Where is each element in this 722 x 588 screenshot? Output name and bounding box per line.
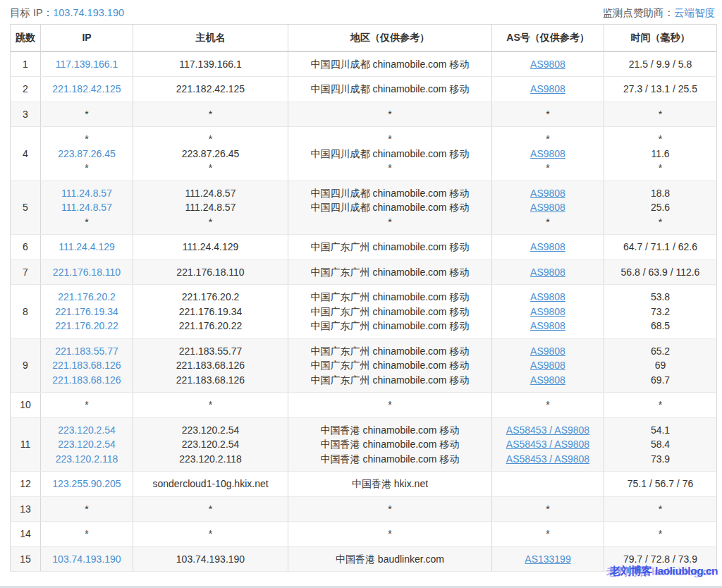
region-cell: * xyxy=(288,522,492,547)
ip-link[interactable]: 223.120.2.54 xyxy=(44,423,130,438)
hop-row-15: 15103.74.193.190103.74.193.190中国香港 baudl… xyxy=(11,546,717,572)
asn-link[interactable]: AS9808 xyxy=(495,240,601,255)
asn-link[interactable]: AS9808 xyxy=(495,358,601,373)
hop-number: 13 xyxy=(13,502,37,517)
asn-link[interactable]: AS9808 xyxy=(495,82,601,97)
time-cell: 53.873.268.5 xyxy=(604,285,717,339)
ip-link[interactable]: 221.182.42.125 xyxy=(44,82,130,97)
ip-link[interactable]: 221.176.18.110 xyxy=(44,265,130,280)
time-cell: 18.825.6* xyxy=(604,180,717,235)
region-text: * xyxy=(291,161,489,176)
asn-link[interactable]: AS9808 xyxy=(495,319,601,333)
region-cell: * xyxy=(288,393,492,418)
ip-cell: * xyxy=(41,102,133,127)
ip-link[interactable]: 223.120.2.118 xyxy=(44,452,130,467)
asn-link[interactable]: AS9808 xyxy=(495,186,601,201)
asn-missing: * xyxy=(495,161,601,176)
time-cell: 75.1 / 56.7 / 76 xyxy=(604,472,717,497)
ip-link[interactable]: 221.176.20.2 xyxy=(44,290,130,305)
topbar: 目标 IP：103.74.193.190 监测点赞助商：云端智度 xyxy=(0,0,722,24)
host-cell: 221.176.20.2221.176.19.34221.176.20.22 xyxy=(133,285,288,339)
hop-cell: 15 xyxy=(11,546,41,572)
region-cell: 中国广东广州 chinamobile.com 移动中国广东广州 chinamob… xyxy=(288,338,492,393)
ip-cell: 221.183.55.77221.183.68.126221.183.68.12… xyxy=(41,338,133,393)
asn-link[interactable]: AS9808 xyxy=(495,305,601,319)
hop-row-11: 11223.120.2.54223.120.2.54223.120.2.1182… xyxy=(11,417,717,472)
asn-link[interactable]: AS9808 xyxy=(495,57,601,72)
asn-link[interactable]: AS9808 xyxy=(495,200,601,215)
hop-number: 14 xyxy=(13,527,37,541)
ip-link[interactable]: 111.24.4.129 xyxy=(44,240,130,255)
asn-link[interactable]: AS9808 xyxy=(495,373,601,388)
region-text: * xyxy=(291,502,489,517)
region-text: * xyxy=(291,215,489,230)
region-cell: 中国香港 hkix.net xyxy=(288,472,492,497)
time-value: 58.4 xyxy=(607,437,714,452)
ip-link[interactable]: 111.24.8.57 xyxy=(44,200,130,215)
region-text: * xyxy=(291,398,489,412)
hop-cell: 6 xyxy=(11,235,41,260)
ip-link[interactable]: 221.183.55.77 xyxy=(44,344,130,359)
target-ip-link[interactable]: 103.74.193.190 xyxy=(53,7,124,18)
region-text: * xyxy=(291,527,489,541)
ip-link[interactable]: 221.183.68.126 xyxy=(44,358,130,373)
traceroute-table: 跳数IP主机名地区（仅供参考）AS号（仅供参考）时间（毫秒） 1117.139.… xyxy=(10,24,717,572)
hop-cell: 9 xyxy=(11,338,41,393)
hop-row-9: 9221.183.55.77221.183.68.126221.183.68.1… xyxy=(11,338,717,393)
host-name: 221.176.18.110 xyxy=(136,265,285,280)
time-cell: * xyxy=(604,102,717,127)
asn-link[interactable]: AS9808 xyxy=(495,344,601,359)
host-name: 111.24.8.57 xyxy=(136,186,285,201)
hop-row-12: 12123.255.90.205sondercloud1-10g.hkix.ne… xyxy=(11,472,717,497)
region-text: 中国香港 hkix.net xyxy=(291,477,489,491)
region-text: 中国广东广州 chinamobile.com 移动 xyxy=(291,265,489,280)
hop-number: 12 xyxy=(13,477,37,491)
sponsor-link[interactable]: 云端智度 xyxy=(674,7,715,18)
region-text: 中国广东广州 chinamobile.com 移动 xyxy=(291,344,489,359)
hop-row-6: 6111.24.4.129111.24.4.129中国广东广州 chinamob… xyxy=(11,235,717,260)
time-value: 11.6 xyxy=(607,147,714,161)
hop-number: 7 xyxy=(13,265,37,280)
trace-route-page: 目标 IP：103.74.193.190 监测点赞助商：云端智度 跳数IP主机名… xyxy=(0,0,722,588)
asn-link[interactable]: AS58453 / AS9808 xyxy=(495,423,601,438)
ip-link[interactable]: 223.120.2.54 xyxy=(44,437,130,452)
region-text: 中国四川成都 chinamobile.com 移动 xyxy=(291,147,489,161)
asn-link[interactable]: AS58453 / AS9808 xyxy=(495,452,601,467)
asn-cell xyxy=(492,472,604,497)
host-cell: * xyxy=(133,522,288,547)
table-header-row: 跳数IP主机名地区（仅供参考）AS号（仅供参考）时间（毫秒） xyxy=(11,25,717,51)
time-value: * xyxy=(607,161,714,176)
asn-link[interactable]: AS9808 xyxy=(495,265,601,280)
ip-link[interactable]: 111.24.8.57 xyxy=(44,186,130,201)
asn-cell: AS9808 xyxy=(492,235,604,260)
ip-link[interactable]: 221.176.20.22 xyxy=(44,319,130,333)
asn-missing: * xyxy=(495,502,601,517)
host-name: 223.87.26.45 xyxy=(136,147,285,161)
time-value: 65.2 xyxy=(607,344,714,359)
region-text: * xyxy=(291,107,489,122)
host-cell: * xyxy=(133,496,288,522)
ip-link[interactable]: 117.139.166.1 xyxy=(44,57,130,72)
ip-link[interactable]: 103.74.193.190 xyxy=(44,552,130,567)
ip-link[interactable]: 221.183.68.126 xyxy=(44,373,130,388)
asn-link[interactable]: AS9808 xyxy=(495,290,601,305)
asn-missing: * xyxy=(495,132,601,147)
ip-cell: 221.176.18.110 xyxy=(41,259,133,285)
asn-cell: * xyxy=(492,496,604,522)
ip-missing: * xyxy=(44,161,130,176)
asn-link[interactable]: AS9808 xyxy=(495,147,601,161)
target-ip-group: 目标 IP：103.74.193.190 xyxy=(10,6,124,20)
time-value: 73.9 xyxy=(607,452,714,467)
column-header-1: IP xyxy=(41,25,133,51)
ip-link[interactable]: 123.255.90.205 xyxy=(44,477,130,491)
ip-link[interactable]: 223.87.26.45 xyxy=(44,147,130,161)
asn-link[interactable]: AS58453 / AS9808 xyxy=(495,437,601,452)
asn-link[interactable]: AS133199 xyxy=(495,552,601,567)
asn-missing: * xyxy=(495,398,601,412)
asn-cell: AS133199 xyxy=(492,546,604,572)
ip-link[interactable]: 221.176.19.34 xyxy=(44,305,130,319)
host-cell: 103.74.193.190 xyxy=(133,546,288,572)
hop-number: 3 xyxy=(13,107,37,122)
host-name: * xyxy=(136,215,285,230)
asn-cell: AS9808AS9808AS9808 xyxy=(492,285,604,339)
